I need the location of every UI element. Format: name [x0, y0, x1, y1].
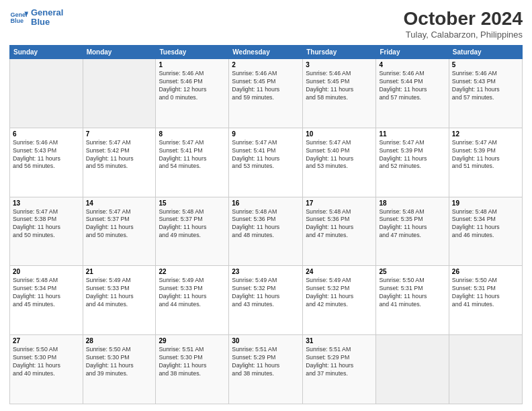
day-number: 10: [306, 130, 373, 138]
day-info: Sunrise: 5:49 AM Sunset: 5:32 PM Dayligh…: [232, 277, 300, 309]
calendar-cell: 12Sunrise: 5:47 AM Sunset: 5:39 PM Dayli…: [449, 128, 522, 197]
day-number: 21: [86, 268, 153, 275]
day-number: 25: [379, 268, 445, 275]
day-number: 23: [232, 268, 300, 275]
day-info: Sunrise: 5:50 AM Sunset: 5:31 PM Dayligh…: [379, 277, 445, 309]
day-number: 24: [306, 268, 373, 275]
calendar-week-row: 27Sunrise: 5:50 AM Sunset: 5:30 PM Dayli…: [10, 335, 523, 404]
day-info: Sunrise: 5:46 AM Sunset: 5:45 PM Dayligh…: [232, 70, 300, 102]
day-number: 28: [86, 337, 153, 345]
calendar-cell: 16Sunrise: 5:48 AM Sunset: 5:36 PM Dayli…: [229, 197, 303, 266]
day-number: 17: [306, 199, 373, 207]
day-number: 8: [159, 130, 226, 138]
day-info: Sunrise: 5:50 AM Sunset: 5:31 PM Dayligh…: [452, 277, 519, 309]
day-number: 5: [452, 61, 519, 68]
calendar-table: SundayMondayTuesdayWednesdayThursdayFrid…: [9, 45, 523, 404]
calendar-cell: 21Sunrise: 5:49 AM Sunset: 5:33 PM Dayli…: [83, 266, 156, 335]
day-info: Sunrise: 5:46 AM Sunset: 5:43 PM Dayligh…: [452, 70, 519, 102]
day-number: 27: [13, 337, 80, 345]
day-info: Sunrise: 5:47 AM Sunset: 5:41 PM Dayligh…: [159, 139, 226, 171]
calendar-cell: 30Sunrise: 5:51 AM Sunset: 5:29 PM Dayli…: [229, 335, 303, 404]
calendar-cell: 29Sunrise: 5:51 AM Sunset: 5:30 PM Dayli…: [156, 335, 229, 404]
calendar-week-row: 20Sunrise: 5:48 AM Sunset: 5:34 PM Dayli…: [10, 266, 523, 335]
calendar-cell: 28Sunrise: 5:50 AM Sunset: 5:30 PM Dayli…: [83, 335, 156, 404]
day-info: Sunrise: 5:46 AM Sunset: 5:44 PM Dayligh…: [379, 70, 445, 102]
calendar-cell: 25Sunrise: 5:50 AM Sunset: 5:31 PM Dayli…: [376, 266, 449, 335]
calendar-header-monday: Monday: [83, 46, 156, 59]
day-number: 12: [452, 130, 519, 138]
day-info: Sunrise: 5:48 AM Sunset: 5:37 PM Dayligh…: [159, 208, 226, 240]
day-info: Sunrise: 5:47 AM Sunset: 5:40 PM Dayligh…: [306, 139, 373, 171]
day-number: 18: [379, 199, 445, 207]
day-info: Sunrise: 5:46 AM Sunset: 5:43 PM Dayligh…: [13, 139, 80, 171]
calendar-cell: 8Sunrise: 5:47 AM Sunset: 5:41 PM Daylig…: [156, 128, 229, 197]
logo-line2: Blue: [31, 17, 63, 27]
subtitle: Tulay, Calabarzon, Philippines: [404, 30, 523, 40]
day-number: 19: [452, 199, 519, 207]
calendar-cell: 4Sunrise: 5:46 AM Sunset: 5:44 PM Daylig…: [376, 59, 449, 128]
calendar-cell: 15Sunrise: 5:48 AM Sunset: 5:37 PM Dayli…: [156, 197, 229, 266]
calendar-cell: 14Sunrise: 5:47 AM Sunset: 5:37 PM Dayli…: [83, 197, 156, 266]
calendar-cell: 9Sunrise: 5:47 AM Sunset: 5:41 PM Daylig…: [229, 128, 303, 197]
calendar-week-row: 13Sunrise: 5:47 AM Sunset: 5:38 PM Dayli…: [10, 197, 523, 266]
calendar-cell: 6Sunrise: 5:46 AM Sunset: 5:43 PM Daylig…: [10, 128, 83, 197]
day-number: 16: [232, 199, 300, 207]
day-number: 6: [13, 130, 80, 138]
day-number: 4: [379, 61, 445, 68]
day-info: Sunrise: 5:47 AM Sunset: 5:37 PM Dayligh…: [86, 208, 153, 240]
day-number: 20: [13, 268, 80, 275]
day-info: Sunrise: 5:48 AM Sunset: 5:34 PM Dayligh…: [452, 208, 519, 240]
calendar-cell: [10, 59, 83, 128]
day-info: Sunrise: 5:47 AM Sunset: 5:41 PM Dayligh…: [232, 139, 300, 171]
day-info: Sunrise: 5:51 AM Sunset: 5:29 PM Dayligh…: [232, 346, 300, 378]
day-info: Sunrise: 5:50 AM Sunset: 5:30 PM Dayligh…: [86, 346, 153, 378]
logo: General Blue General Blue: [9, 8, 63, 28]
day-info: Sunrise: 5:47 AM Sunset: 5:39 PM Dayligh…: [379, 139, 445, 171]
calendar-cell: 5Sunrise: 5:46 AM Sunset: 5:43 PM Daylig…: [449, 59, 522, 128]
day-info: Sunrise: 5:48 AM Sunset: 5:34 PM Dayligh…: [13, 277, 80, 309]
day-number: 7: [86, 130, 153, 138]
day-info: Sunrise: 5:49 AM Sunset: 5:32 PM Dayligh…: [306, 277, 373, 309]
day-number: 26: [452, 268, 519, 275]
calendar-cell: 18Sunrise: 5:48 AM Sunset: 5:35 PM Dayli…: [376, 197, 449, 266]
day-number: 1: [159, 61, 226, 68]
day-number: 14: [86, 199, 153, 207]
calendar-cell: 3Sunrise: 5:46 AM Sunset: 5:45 PM Daylig…: [303, 59, 376, 128]
calendar-week-row: 6Sunrise: 5:46 AM Sunset: 5:43 PM Daylig…: [10, 128, 523, 197]
calendar-week-row: 1Sunrise: 5:46 AM Sunset: 5:46 PM Daylig…: [10, 59, 523, 128]
calendar-header-saturday: Saturday: [449, 46, 522, 59]
day-number: 3: [306, 61, 373, 68]
calendar-cell: 20Sunrise: 5:48 AM Sunset: 5:34 PM Dayli…: [10, 266, 83, 335]
day-number: 29: [159, 337, 226, 345]
day-number: 13: [13, 199, 80, 207]
main-title: October 2024: [404, 8, 523, 30]
day-info: Sunrise: 5:51 AM Sunset: 5:30 PM Dayligh…: [159, 346, 226, 378]
day-number: 15: [159, 199, 226, 207]
day-info: Sunrise: 5:49 AM Sunset: 5:33 PM Dayligh…: [159, 277, 226, 309]
logo-line1: General: [31, 8, 63, 17]
day-number: 2: [232, 61, 300, 68]
svg-text:Blue: Blue: [10, 17, 24, 24]
day-info: Sunrise: 5:49 AM Sunset: 5:33 PM Dayligh…: [86, 277, 153, 309]
calendar-cell: 13Sunrise: 5:47 AM Sunset: 5:38 PM Dayli…: [10, 197, 83, 266]
calendar-header-friday: Friday: [376, 46, 449, 59]
day-info: Sunrise: 5:51 AM Sunset: 5:29 PM Dayligh…: [306, 346, 373, 378]
day-info: Sunrise: 5:46 AM Sunset: 5:45 PM Dayligh…: [306, 70, 373, 102]
day-info: Sunrise: 5:48 AM Sunset: 5:35 PM Dayligh…: [379, 208, 445, 240]
calendar-cell: 19Sunrise: 5:48 AM Sunset: 5:34 PM Dayli…: [449, 197, 522, 266]
day-info: Sunrise: 5:50 AM Sunset: 5:30 PM Dayligh…: [13, 346, 80, 378]
logo-icon: General Blue: [9, 8, 28, 27]
day-number: 31: [306, 337, 373, 345]
day-info: Sunrise: 5:47 AM Sunset: 5:42 PM Dayligh…: [86, 139, 153, 171]
calendar-cell: 22Sunrise: 5:49 AM Sunset: 5:33 PM Dayli…: [156, 266, 229, 335]
header: General Blue General Blue October 2024 T…: [9, 8, 523, 40]
calendar-cell: 17Sunrise: 5:48 AM Sunset: 5:36 PM Dayli…: [303, 197, 376, 266]
calendar-header-tuesday: Tuesday: [156, 46, 229, 59]
day-number: 30: [232, 337, 300, 345]
day-info: Sunrise: 5:46 AM Sunset: 5:46 PM Dayligh…: [159, 70, 226, 102]
title-block: October 2024 Tulay, Calabarzon, Philippi…: [404, 8, 523, 40]
calendar-cell: 11Sunrise: 5:47 AM Sunset: 5:39 PM Dayli…: [376, 128, 449, 197]
calendar-cell: 2Sunrise: 5:46 AM Sunset: 5:45 PM Daylig…: [229, 59, 303, 128]
calendar-header-wednesday: Wednesday: [229, 46, 303, 59]
calendar-cell: [376, 335, 449, 404]
